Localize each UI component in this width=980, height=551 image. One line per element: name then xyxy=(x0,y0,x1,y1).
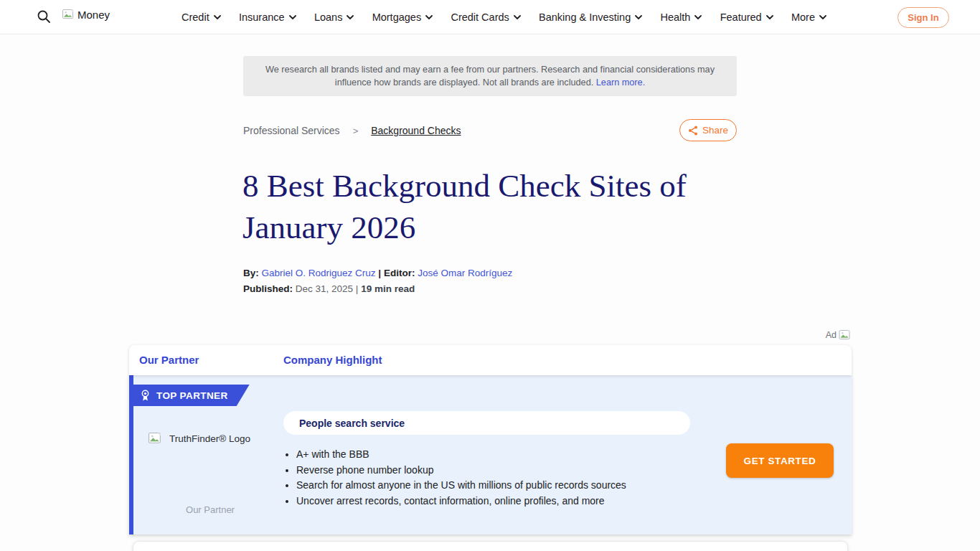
highlight-bullet-list: A+ with the BBB Reverse phone number loo… xyxy=(296,447,727,509)
chevron-down-icon xyxy=(347,15,354,19)
table-header: Our Partner Company Highlight xyxy=(129,345,852,375)
next-card-preview xyxy=(133,542,847,551)
bullet-item: A+ with the BBB xyxy=(296,447,727,463)
page-title: 8 Best Background Check Sites of January… xyxy=(242,165,738,248)
highlight-pill-label: People search service xyxy=(299,418,405,429)
breadcrumb-separator: > xyxy=(353,126,359,136)
chevron-down-icon xyxy=(694,15,702,19)
nav-item-featured[interactable]: Featured xyxy=(720,11,773,23)
main-nav: Credit Insurance Loans Mortgages Credit … xyxy=(182,0,826,34)
bullet-item: Uncover arrest records, contact informat… xyxy=(296,494,727,509)
ad-label: Ad xyxy=(826,330,837,340)
nav-label: Featured xyxy=(720,11,762,23)
nav-item-more[interactable]: More xyxy=(791,11,826,23)
ad-label-row: Ad xyxy=(129,329,852,342)
chevron-down-icon xyxy=(425,15,433,19)
broken-image-icon xyxy=(62,9,75,20)
nav-label: Mortgages xyxy=(372,11,422,23)
broken-image-icon xyxy=(839,330,852,341)
magnifier-glyph xyxy=(37,9,51,24)
breadcrumb-parent-link[interactable]: Professional Services xyxy=(243,125,340,136)
logo-alt-text: Money xyxy=(77,9,110,21)
byline-separator: | xyxy=(378,268,381,278)
sign-in-button[interactable]: Sign In xyxy=(897,7,949,28)
award-ribbon-icon xyxy=(141,390,150,402)
editor-link[interactable]: José Omar Rodríguez xyxy=(418,268,512,278)
top-partner-label: TOP PARTNER xyxy=(156,390,228,401)
nav-item-insurance[interactable]: Insurance xyxy=(239,11,296,23)
breadcrumb-row: Professional Services > Background Check… xyxy=(243,119,737,141)
search-icon[interactable] xyxy=(36,9,52,25)
meta-separator: | xyxy=(356,283,359,294)
nav-item-banking-investing[interactable]: Banking & Investing xyxy=(539,11,642,23)
nav-label: Banking & Investing xyxy=(539,11,631,23)
disclaimer-text: We research all brands listed and may ea… xyxy=(265,65,715,88)
learn-more-link[interactable]: Learn more. xyxy=(596,77,645,88)
published-label: Published: xyxy=(243,283,293,294)
nav-item-credit[interactable]: Credit xyxy=(182,11,221,23)
nav-item-health[interactable]: Health xyxy=(660,11,702,23)
nav-label: Insurance xyxy=(239,11,285,23)
byline: By: Gabriel O. Rodriguez Cruz | Editor: … xyxy=(243,268,512,278)
disclaimer-banner: We research all brands listed and may ea… xyxy=(243,56,737,96)
share-icon xyxy=(688,126,698,136)
chevron-down-icon xyxy=(766,15,773,19)
share-button[interactable]: Share xyxy=(679,119,737,141)
top-partner-badge: TOP PARTNER xyxy=(129,385,250,406)
published-date: Dec 31, 2025 xyxy=(296,283,353,294)
read-time: 19 min read xyxy=(361,283,415,294)
top-navigation-bar: Money Credit Insurance Loans Mortgages C… xyxy=(0,0,980,34)
partner-logo[interactable]: TruthFinder® Logo xyxy=(149,433,250,445)
nav-label: Credit xyxy=(182,11,209,23)
chevron-down-icon xyxy=(635,15,642,19)
breadcrumb: Professional Services > Background Check… xyxy=(243,125,461,136)
bullet-item: Reverse phone number lookup xyxy=(296,463,727,479)
chevron-down-icon xyxy=(289,15,296,19)
get-started-button[interactable]: GET STARTED xyxy=(726,443,834,478)
chevron-down-icon xyxy=(819,15,826,19)
author-link[interactable]: Gabriel O. Rodriguez Cruz xyxy=(262,268,376,278)
nav-item-credit-cards[interactable]: Credit Cards xyxy=(451,11,520,23)
chevron-down-icon xyxy=(514,15,521,19)
partner-comparison-table: Our Partner Company Highlight TOP PARTNE… xyxy=(129,345,852,534)
money-logo[interactable]: Money xyxy=(62,9,110,21)
partner-row: TOP PARTNER TruthFinder® Logo Our Partne… xyxy=(129,375,852,534)
our-partner-caption: Our Partner xyxy=(167,504,253,515)
column-header-our-partner: Our Partner xyxy=(139,354,199,366)
chevron-down-icon xyxy=(214,15,221,19)
nav-item-mortgages[interactable]: Mortgages xyxy=(372,11,433,23)
broken-image-icon xyxy=(149,433,162,445)
company-highlight-pill: People search service xyxy=(283,411,690,435)
share-label: Share xyxy=(702,125,728,136)
nav-label: Credit Cards xyxy=(451,11,509,23)
bullet-item: Search for almost anyone in the US with … xyxy=(296,478,727,494)
editor-label: Editor: xyxy=(384,268,415,278)
page: Money Credit Insurance Loans Mortgages C… xyxy=(0,0,980,551)
nav-label: Health xyxy=(660,11,690,23)
nav-item-loans[interactable]: Loans xyxy=(314,11,354,23)
nav-label: Loans xyxy=(314,11,343,23)
nav-label: More xyxy=(791,11,815,23)
by-label: By: xyxy=(243,268,259,278)
column-header-company-highlight: Company Highlight xyxy=(283,354,382,366)
partner-logo-alt-text: TruthFinder® Logo xyxy=(169,433,250,444)
publish-line: Published: Dec 31, 2025 | 19 min read xyxy=(243,283,415,294)
breadcrumb-current-link[interactable]: Background Checks xyxy=(371,125,461,136)
